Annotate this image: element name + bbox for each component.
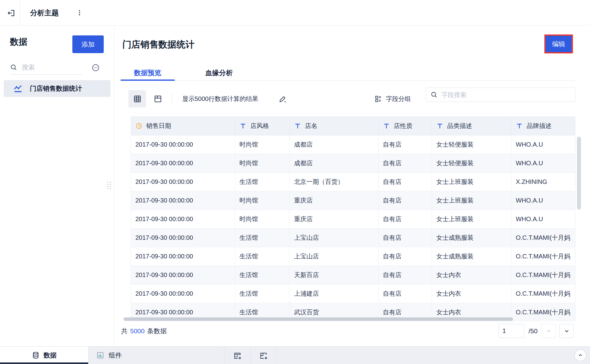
active-tab-underline bbox=[120, 80, 175, 81]
table-cell: 时尚馆 bbox=[235, 154, 290, 173]
page-number-input[interactable] bbox=[498, 324, 524, 338]
table-view-button[interactable] bbox=[129, 90, 146, 107]
exit-icon bbox=[7, 9, 16, 17]
page-title: 门店销售数据统计 bbox=[122, 39, 194, 51]
edit-row-limit-button[interactable] bbox=[278, 94, 288, 103]
table-cell: 女士上班服装 bbox=[432, 210, 511, 229]
search-icon bbox=[426, 91, 442, 98]
table-cell: WHO.A.U bbox=[511, 154, 575, 173]
total-records-text: 共 5000 条数据 bbox=[121, 324, 167, 338]
column-label: 店名 bbox=[305, 122, 317, 130]
table-cell: 时尚馆 bbox=[235, 135, 290, 154]
bottom-tab-data-label: 数据 bbox=[43, 351, 57, 360]
edit-button[interactable]: 编辑 bbox=[546, 36, 572, 52]
total-count: 5000 bbox=[130, 327, 145, 335]
header-cell[interactable]: 店名 bbox=[290, 117, 379, 135]
table-cell: 自有店 bbox=[379, 173, 432, 191]
table-cell: 上宝山店 bbox=[290, 247, 379, 266]
tab-strip-border bbox=[120, 80, 575, 81]
table-row: 2017-09-30 00:00:00生活馆天新百店自有店女士内衣O.C.T.M… bbox=[131, 266, 575, 284]
header-cell[interactable]: 销售日期 bbox=[131, 117, 235, 135]
table-cell: 重庆店 bbox=[290, 210, 379, 229]
field-search-input[interactable] bbox=[442, 91, 566, 98]
bottom-tab-components[interactable]: 组件 bbox=[88, 347, 130, 364]
line-chart-icon bbox=[4, 84, 23, 93]
column-label: 店性质 bbox=[394, 122, 412, 130]
table-cell: 生活馆 bbox=[235, 173, 290, 191]
exit-button[interactable] bbox=[5, 7, 17, 19]
sidebar-more-button[interactable] bbox=[90, 62, 101, 73]
split-view-button[interactable] bbox=[149, 90, 166, 107]
table-cell: O.C.T.MAMI(十月妈 bbox=[511, 229, 575, 247]
horizontal-scrollbar[interactable] bbox=[124, 317, 513, 321]
text-icon bbox=[516, 122, 523, 130]
header-cell[interactable]: 品类描述 bbox=[432, 117, 511, 135]
previous-page-button[interactable] bbox=[541, 324, 556, 338]
text-icon bbox=[239, 122, 247, 130]
field-group-label: 字段分组 bbox=[386, 95, 411, 103]
clock-icon bbox=[135, 122, 143, 130]
sidebar-resize-handle[interactable] bbox=[107, 182, 111, 192]
column-label: 销售日期 bbox=[146, 122, 171, 130]
table-cell: 女士轻便服装 bbox=[432, 154, 511, 173]
dataset-item-label: 门店销售数据统计 bbox=[30, 84, 82, 93]
chevron-up-circle-icon bbox=[577, 352, 584, 359]
header-cell[interactable]: 店性质 bbox=[379, 117, 432, 135]
split-layout-icon bbox=[154, 95, 162, 103]
add-data-button[interactable]: 添加 bbox=[72, 35, 104, 53]
next-page-button[interactable] bbox=[559, 324, 574, 338]
sidebar-search-input[interactable] bbox=[22, 64, 71, 71]
field-group-button[interactable]: 字段分组 bbox=[374, 90, 411, 107]
table-cell: WHO.A.U bbox=[511, 191, 575, 210]
table-cell: 女士上班服装 bbox=[432, 191, 511, 210]
table-cell: 自有店 bbox=[379, 191, 432, 210]
table-cell: 自有店 bbox=[379, 210, 432, 229]
table-header-row: 销售日期店风格店名店性质品类描述品牌描述 bbox=[131, 117, 575, 135]
chevron-up-icon bbox=[545, 327, 552, 335]
table-cell: 自有店 bbox=[379, 284, 432, 303]
bottom-bar: 数据 组件 bbox=[0, 346, 590, 364]
data-sidebar: 数据 添加 bbox=[0, 25, 114, 346]
bottom-tab-data[interactable]: 数据 bbox=[0, 347, 88, 364]
table-cell: 自有店 bbox=[379, 266, 432, 284]
page-total-text: /50 bbox=[529, 324, 538, 338]
sidebar-search bbox=[10, 60, 82, 75]
total-prefix: 共 bbox=[121, 327, 128, 335]
chevron-down-icon bbox=[563, 327, 570, 335]
table-cell: 生活馆 bbox=[235, 229, 290, 247]
tab-data-preview[interactable]: 数据预览 bbox=[120, 65, 175, 81]
table-cell: 自有店 bbox=[379, 229, 432, 247]
add-component-button[interactable] bbox=[259, 351, 268, 360]
text-icon bbox=[383, 122, 390, 130]
table-body: 2017-09-30 00:00:00时尚馆成都店自有店女士轻便服装WHO.A.… bbox=[131, 135, 575, 321]
add-chart-button[interactable] bbox=[233, 351, 242, 360]
more-menu-button[interactable] bbox=[74, 7, 85, 18]
table-row: 2017-09-30 00:00:00生活馆北京一期（百货）自有店女士上班服装X… bbox=[131, 173, 575, 191]
table-cell: O.C.T.MAMI(十月妈 bbox=[511, 284, 575, 303]
sidebar-title: 数据 bbox=[10, 36, 27, 48]
header-cell[interactable]: 店风格 bbox=[235, 117, 290, 135]
table-cell: 2017-09-30 00:00:00 bbox=[131, 191, 235, 210]
sidebar-item-dataset[interactable]: 门店销售数据统计 bbox=[4, 80, 111, 97]
table-cell: X.ZHINING bbox=[511, 173, 575, 191]
tab-lineage-analysis[interactable]: 血缘分析 bbox=[192, 65, 246, 81]
table-cell: 2017-09-30 00:00:00 bbox=[131, 135, 235, 154]
table-cell: 重庆店 bbox=[290, 191, 379, 210]
table-cell: 天新百店 bbox=[290, 266, 379, 284]
table-cell: 2017-09-30 00:00:00 bbox=[131, 229, 235, 247]
table-cell: 女士内衣 bbox=[432, 284, 511, 303]
table-row: 2017-09-30 00:00:00时尚馆重庆店自有店女士上班服装WHO.A.… bbox=[131, 210, 575, 229]
table-row: 2017-09-30 00:00:00时尚馆重庆店自有店女士上班服装WHO.A.… bbox=[131, 191, 575, 210]
table-cell: 女士上班服装 bbox=[432, 173, 511, 191]
table-row: 2017-09-30 00:00:00生活馆上宝山店自有店女士成熟服装O.C.T… bbox=[131, 229, 575, 247]
table-cell: 成都店 bbox=[290, 154, 379, 173]
collapse-panel-button[interactable] bbox=[574, 349, 586, 361]
pencil-icon bbox=[279, 95, 287, 103]
vertical-scrollbar[interactable] bbox=[577, 137, 581, 210]
table-cell: 2017-09-30 00:00:00 bbox=[131, 210, 235, 229]
component-chart-icon bbox=[96, 351, 104, 359]
bottombar-divider bbox=[224, 347, 225, 364]
table-cell: 2017-09-30 00:00:00 bbox=[131, 247, 235, 266]
header-cell[interactable]: 品牌描述 bbox=[511, 117, 575, 135]
column-label: 店风格 bbox=[250, 122, 269, 130]
